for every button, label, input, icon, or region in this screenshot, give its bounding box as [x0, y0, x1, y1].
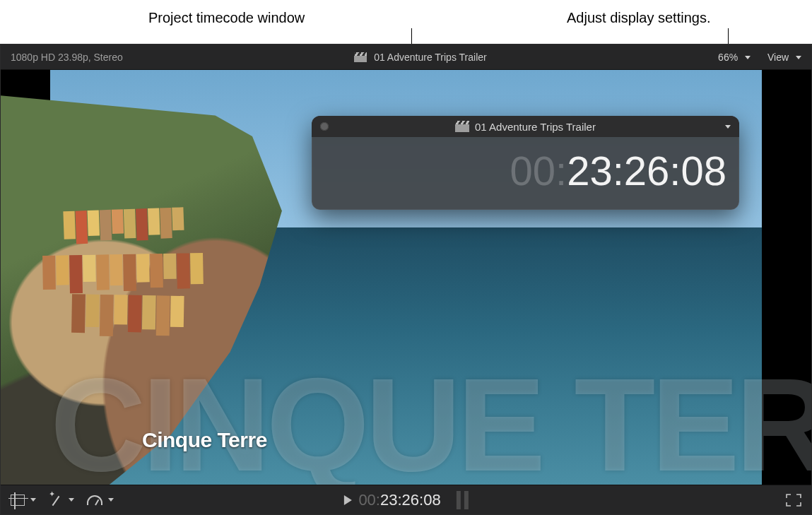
annotation-settings-label: Adjust display settings.	[567, 10, 710, 26]
chevron-down-icon	[108, 498, 114, 502]
chevron-down-icon	[30, 498, 36, 502]
transport-center: 00:23:26:08	[343, 491, 468, 509]
chevron-down-icon	[69, 498, 74, 502]
annotation-layer: Project timecode window Adjust display s…	[0, 0, 812, 44]
viewer-canvas[interactable]: CINQUE TERRE Cinque Terre 01 Adventure T…	[1, 70, 811, 485]
transform-menu[interactable]	[11, 495, 36, 506]
play-button[interactable]	[343, 495, 351, 505]
project-title-wrap[interactable]: 01 Adventure Trips Trailer	[123, 52, 718, 63]
frame-buildings	[63, 207, 184, 244]
timecode-settings-menu[interactable]	[725, 125, 731, 129]
viewer-bottombar: 00:23:26:08	[1, 485, 811, 514]
transport-timecode[interactable]: 00:23:26:08	[358, 491, 440, 509]
timecode-window[interactable]: 01 Adventure Trips Trailer 00:23:26:08	[312, 116, 739, 210]
timecode-main: 23:26:08	[567, 147, 726, 194]
title-background-text: CINQUE TERRE	[50, 370, 762, 479]
retime-gauge-icon	[87, 495, 102, 505]
timecode-prefix: 00:	[358, 491, 380, 509]
clapperboard-icon	[455, 121, 469, 132]
frame-buildings	[42, 253, 204, 294]
audio-meter-icon	[457, 491, 469, 509]
timecode-window-titlebar[interactable]: 01 Adventure Trips Trailer	[312, 116, 739, 137]
crop-icon	[11, 495, 25, 506]
viewer-panel: 1080p HD 23.98p, Stereo 01 Adventure Tri…	[0, 44, 812, 515]
enhance-menu[interactable]	[49, 493, 74, 507]
timecode-display[interactable]: 00:23:26:08	[312, 137, 739, 210]
retime-menu[interactable]	[87, 495, 114, 505]
view-menu[interactable]: View	[767, 52, 801, 63]
timecode-main: 23:26:08	[380, 491, 441, 509]
timecode-prefix: 00:	[510, 147, 567, 194]
title-overlay-text: Cinque Terre	[142, 428, 267, 452]
chevron-down-icon	[796, 56, 801, 59]
fullscreen-button[interactable]	[786, 494, 801, 507]
zoom-menu[interactable]: 66%	[718, 52, 751, 63]
viewer-topbar: 1080p HD 23.98p, Stereo 01 Adventure Tri…	[1, 45, 811, 70]
view-menu-label: View	[767, 52, 789, 63]
chevron-down-icon	[745, 56, 751, 59]
wand-icon	[49, 493, 63, 507]
window-close-icon[interactable]	[320, 122, 329, 131]
zoom-value: 66%	[718, 52, 738, 63]
timecode-window-title: 01 Adventure Trips Trailer	[475, 121, 596, 133]
annotation-timecode-label: Project timecode window	[148, 10, 305, 26]
clapperboard-icon	[354, 52, 367, 62]
project-title: 01 Adventure Trips Trailer	[374, 52, 487, 63]
frame-buildings	[71, 294, 184, 338]
format-spec: 1080p HD 23.98p, Stereo	[11, 52, 123, 63]
